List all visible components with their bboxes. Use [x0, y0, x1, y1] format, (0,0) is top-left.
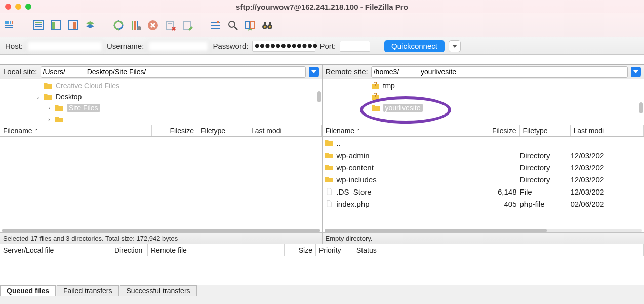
folder-icon	[371, 104, 380, 111]
queue-col-remote[interactable]: Remote file	[148, 244, 285, 256]
table-row[interactable]: wp-contentDirectory12/03/202	[323, 161, 645, 173]
svg-rect-13	[132, 21, 133, 30]
tree-item-desktop: Desktop	[56, 93, 82, 101]
remote-site-label: Remote site:	[326, 67, 368, 76]
col-filetype[interactable]: Filetype	[197, 125, 248, 136]
filter-icon[interactable]	[209, 18, 223, 32]
folder-icon	[325, 151, 334, 159]
queue-col-status[interactable]: Status	[353, 244, 644, 256]
col-filesize[interactable]: Filesize	[152, 125, 197, 136]
file-name: ..	[337, 139, 341, 147]
folder-icon	[325, 176, 334, 183]
queue-col-priority[interactable]: Priority	[316, 244, 353, 256]
svg-rect-2	[12, 21, 13, 24]
queue-body[interactable]	[0, 256, 644, 285]
col-filename[interactable]: Filename⌃	[323, 125, 474, 136]
tab-successful-transfers[interactable]: Successful transfers	[120, 285, 197, 296]
compare-icon[interactable]	[243, 18, 257, 32]
tree-item-yourlivesite: yourlivesite	[383, 104, 423, 112]
chevron-right-icon[interactable]: ›	[47, 117, 52, 122]
file-icon	[325, 200, 334, 207]
remote-pane: Remote site: ? tmp ? ... yourlivesite F	[323, 65, 645, 244]
toggle-local-tree-icon[interactable]	[49, 18, 63, 32]
col-last-modified[interactable]: Last modi	[248, 125, 322, 136]
quickconnect-history-button[interactable]	[449, 40, 461, 52]
quickconnect-button[interactable]: Quickconnect	[384, 40, 445, 52]
col-filename[interactable]: Filename⌃	[0, 125, 152, 136]
table-row[interactable]: wp-includesDirectory12/03/202	[323, 173, 645, 185]
file-name: wp-admin	[337, 151, 370, 160]
queue-col-size[interactable]: Size	[285, 244, 316, 256]
horizontal-scrollbar[interactable]	[2, 229, 320, 232]
tree-item-label: Creative Cloud Files	[56, 82, 119, 90]
remote-site-input[interactable]	[371, 66, 628, 78]
file-modified: 12/03/202	[571, 151, 645, 160]
scrollbar-thumb[interactable]	[317, 91, 321, 102]
message-log[interactable]	[0, 55, 644, 65]
table-row[interactable]: .DS_Store6,148File12/03/202	[323, 185, 645, 198]
chevron-down-icon[interactable]: ⌄	[35, 94, 41, 100]
local-tree[interactable]: Creative Cloud Files ⌄ Desktop › Site Fi…	[0, 79, 322, 125]
table-row[interactable]: index.php405php-file02/06/202	[323, 198, 645, 210]
file-modified: 12/03/202	[571, 187, 645, 196]
svg-rect-14	[134, 21, 136, 30]
svg-point-16	[137, 26, 141, 30]
local-file-list[interactable]	[0, 137, 322, 232]
queue-col-direction[interactable]: Direction	[111, 244, 148, 256]
file-type: Directory	[520, 151, 571, 160]
window-titlebar: sftp://yourwow7@162.241.218.100 - FileZi…	[0, 0, 644, 13]
host-input[interactable]	[27, 41, 103, 52]
file-name: wp-includes	[337, 175, 377, 184]
local-site-input[interactable]	[41, 66, 306, 78]
remote-site-dropdown[interactable]	[631, 67, 641, 77]
queue-col-server[interactable]: Server/Local file	[0, 244, 111, 256]
folder-icon	[55, 116, 64, 123]
local-site-dropdown[interactable]	[309, 67, 319, 77]
table-row[interactable]: wp-adminDirectory12/03/202	[323, 149, 645, 161]
tab-queued-files[interactable]: Queued files	[0, 285, 56, 296]
horizontal-scrollbar[interactable]	[325, 229, 642, 232]
username-input[interactable]	[148, 41, 209, 52]
file-type: php-file	[520, 200, 571, 208]
toggle-remote-tree-icon[interactable]	[66, 18, 80, 32]
svg-rect-37	[264, 22, 266, 25]
process-queue-icon[interactable]	[129, 18, 143, 32]
col-filetype[interactable]: Filetype	[520, 125, 571, 136]
tab-failed-transfers[interactable]: Failed transfers	[57, 285, 118, 296]
col-last-modified[interactable]: Last modi	[571, 125, 645, 136]
toggle-queue-icon[interactable]	[83, 18, 97, 32]
toggle-log-icon[interactable]	[31, 18, 46, 32]
file-type: Directory	[520, 175, 571, 184]
password-label: Password:	[213, 42, 248, 50]
binoculars-icon[interactable]	[260, 18, 274, 32]
disconnect-icon[interactable]	[163, 18, 177, 32]
file-name: index.php	[337, 200, 370, 208]
chevron-right-icon[interactable]: ›	[47, 105, 52, 111]
search-icon[interactable]	[226, 18, 240, 32]
queue-header: Server/Local file Direction Remote file …	[0, 244, 644, 256]
file-name: .DS_Store	[337, 187, 372, 196]
port-input[interactable]	[340, 41, 370, 52]
cancel-icon[interactable]	[146, 18, 160, 32]
reconnect-icon[interactable]	[180, 18, 194, 32]
svg-rect-0	[5, 21, 9, 24]
remote-file-list[interactable]: ..wp-adminDirectory12/03/202wp-contentDi…	[323, 137, 645, 232]
file-size: 6,148	[474, 187, 520, 196]
remote-tree[interactable]: ? tmp ? ... yourlivesite	[323, 79, 645, 125]
site-manager-icon[interactable]	[3, 18, 17, 32]
file-name: wp-content	[337, 163, 374, 172]
col-filesize[interactable]: Filesize	[474, 125, 520, 136]
svg-rect-38	[269, 22, 271, 25]
password-input[interactable]: ●●●●●●●●●●●●	[252, 41, 315, 52]
unknown-folder-icon: ?	[371, 81, 380, 90]
svg-point-29	[229, 21, 235, 27]
toolbar	[0, 13, 644, 37]
table-row[interactable]: ..	[323, 137, 645, 149]
folder-icon	[325, 139, 334, 146]
scrollbar-thumb[interactable]	[639, 102, 643, 113]
file-modified: 02/06/202	[571, 200, 645, 208]
bottom-tabs: Queued files Failed transfers Successful…	[0, 285, 644, 296]
refresh-icon[interactable]	[111, 18, 126, 32]
svg-rect-12	[73, 22, 76, 29]
file-type: File	[520, 187, 571, 196]
